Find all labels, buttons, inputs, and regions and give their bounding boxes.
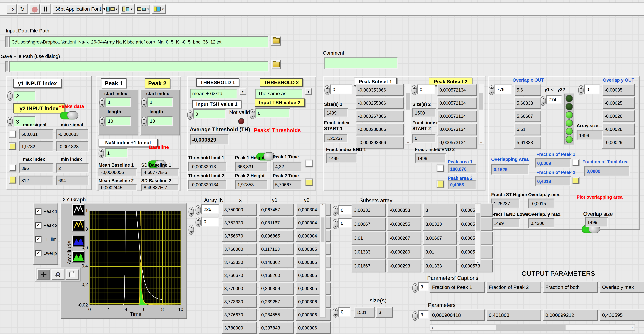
scroll-up-icon[interactable]: ⌃ xyxy=(406,84,409,88)
x-axis-title: Time xyxy=(130,311,142,317)
plot-color-swatch-yellow[interactable] xyxy=(9,143,16,150)
peak1-start-spinner[interactable] xyxy=(100,98,105,108)
scroll-right-icon[interactable]: › xyxy=(631,325,633,330)
input-path-browse-button[interactable] xyxy=(271,36,281,45)
threshold1-dropdown-button[interactable]: ▼ xyxy=(239,88,246,95)
subsets-index1-spinner[interactable] xyxy=(333,206,338,216)
graph-x-scale-spinner[interactable] xyxy=(188,207,194,217)
legend-plot-glyph[interactable] xyxy=(72,251,85,263)
array-in-scrollbar[interactable]: ⌃ ⌄ xyxy=(320,203,326,318)
zoom-tool-button[interactable]: ▼ xyxy=(51,269,64,280)
legend-checkbox[interactable]: ✓ xyxy=(35,208,42,214)
y1-le-y2-index-field[interactable]: 774 xyxy=(546,95,562,104)
y1-le-y2-index-spinner[interactable] xyxy=(540,96,546,106)
parameters-index-field[interactable]: 3 xyxy=(418,310,429,319)
input-tsh1-field[interactable]: 0 xyxy=(193,109,226,119)
array-in-index2-field[interactable]: 0 xyxy=(201,217,219,227)
plot-color-swatch-yellow[interactable] xyxy=(306,179,312,186)
overlap-y-index-spinner[interactable] xyxy=(578,85,584,95)
array-in-index1-spinner[interactable] xyxy=(196,205,201,215)
comment-field[interactable] xyxy=(324,57,398,69)
run-button[interactable]: ⇨ xyxy=(6,4,17,14)
sd-baseline1-label: SD Baseline 1 xyxy=(141,163,171,167)
threshold1-mode-select[interactable]: mean + 6×std xyxy=(190,89,238,99)
peak-subset2-index-field[interactable]: 0 xyxy=(417,85,435,94)
align-objects-button[interactable]: ▼ xyxy=(105,4,119,14)
abort-button[interactable]: ⬤ xyxy=(30,4,40,14)
plot-color-swatch-white[interactable] xyxy=(9,131,16,138)
peak-subset2-cell: 0,000572134 xyxy=(437,84,477,96)
captions-index-field[interactable]: 3 xyxy=(418,282,429,291)
input-path-field[interactable]: C:\Users\ngros\Dropbo...\kationi_Na-K_26… xyxy=(9,36,268,48)
captions-index-spinner[interactable] xyxy=(412,283,418,293)
resize-objects-button[interactable]: ▼ xyxy=(136,4,150,14)
plot-color-swatch-yellow[interactable] xyxy=(437,181,444,187)
captions-h-scrollbar[interactable]: ‹ › xyxy=(430,324,635,331)
pause-button[interactable] xyxy=(40,4,50,14)
abort-icon: ⬤ xyxy=(32,6,38,12)
peak2-length-field[interactable]: 10 xyxy=(148,116,173,126)
y1-index-field[interactable]: 2 xyxy=(14,91,36,101)
font-selector-label: 36pt Application Font xyxy=(55,6,101,12)
peak2-length-spinner[interactable] xyxy=(141,117,146,127)
input-tsh2-spinner[interactable] xyxy=(250,109,255,119)
save-path-field[interactable] xyxy=(9,61,268,72)
plot-color-swatch-white[interactable] xyxy=(572,159,579,166)
array-in-index1-field[interactable]: 226 xyxy=(201,204,219,214)
run-continuous-button[interactable]: ↻ xyxy=(17,4,28,14)
scroll-up-icon[interactable]: ⌃ xyxy=(321,204,324,207)
legend-checkbox[interactable]: ✓ xyxy=(35,222,42,228)
plot-color-swatch-yellow[interactable] xyxy=(572,177,579,184)
scroll-left-icon[interactable]: ‹ xyxy=(432,325,433,330)
peaks-data-toggle[interactable] xyxy=(60,112,78,120)
subsets-scrollbar[interactable]: ⌃ ⌄ xyxy=(475,203,481,264)
peak-subset2-scrollbar[interactable]: ⌃ ⌄ xyxy=(478,84,484,144)
threshold2-dropdown-button[interactable]: ▼ xyxy=(305,88,312,95)
plot-color-swatch-white[interactable] xyxy=(9,164,16,171)
peak1-length-field[interactable]: 10 xyxy=(106,116,131,126)
font-selector[interactable]: 36pt Application Font ▼ xyxy=(52,4,103,14)
array-in-index2-spinner[interactable] xyxy=(196,217,201,227)
plot-area[interactable] xyxy=(90,211,181,305)
y2-index-spinner[interactable] xyxy=(8,117,13,127)
scroll-up-icon[interactable]: ⌃ xyxy=(480,84,482,88)
save-path-browse-button[interactable] xyxy=(271,60,281,69)
distribute-objects-button[interactable]: ▼ xyxy=(121,4,135,14)
peak-subset1-index-field[interactable]: 0 xyxy=(330,85,352,94)
plot-color-swatch-yellow[interactable] xyxy=(9,176,16,183)
peak2-start-spinner[interactable] xyxy=(141,98,146,108)
legend-checkbox[interactable]: ✓ xyxy=(35,236,42,242)
peak2-start-field[interactable]: 1 xyxy=(148,97,173,107)
input-tsh2-field[interactable]: 0 xyxy=(256,108,290,118)
pan-tool-button[interactable] xyxy=(66,269,79,280)
peak-subset1-index-spinner[interactable] xyxy=(324,85,330,95)
legend-item: ✓Peak 2 xyxy=(34,218,58,232)
overlap-x-index-field[interactable]: 779 xyxy=(494,85,512,94)
nan-index-field[interactable]: 1 xyxy=(105,148,128,158)
peak-subset2-index-spinner[interactable] xyxy=(412,85,417,95)
peak1-start-field[interactable]: 1 xyxy=(106,97,131,107)
nan-index-spinner[interactable] xyxy=(98,149,104,159)
overlap-y-index-field[interactable]: 0 xyxy=(584,85,600,94)
scroll-down-icon[interactable]: ⌄ xyxy=(321,314,324,317)
plot-color-swatch-white[interactable] xyxy=(306,160,312,167)
y1-index-spinner[interactable] xyxy=(8,91,13,101)
plot-color-swatch-white[interactable] xyxy=(437,165,444,172)
reorder-button[interactable]: ▼ xyxy=(152,4,166,14)
scroll-up-icon[interactable]: ⌃ xyxy=(476,204,479,207)
parameters-index-spinner[interactable] xyxy=(412,311,418,321)
sizes-index-spinner[interactable] xyxy=(333,308,338,318)
peak-subset1-scrollbar[interactable]: ⌃ ⌄ xyxy=(405,84,411,144)
sizes-index-field[interactable]: 0 xyxy=(338,307,351,317)
cursor-tool-button[interactable] xyxy=(37,269,50,280)
peak1-length-spinner[interactable] xyxy=(100,117,105,127)
legend-checkbox[interactable]: ✓ xyxy=(35,250,42,256)
threshold2-mode-select[interactable]: The same as xyxy=(256,89,303,99)
input-tsh1-spinner[interactable] xyxy=(187,110,193,120)
subsets-index2-spinner[interactable] xyxy=(333,219,338,229)
overlap-x-index-spinner[interactable] xyxy=(489,85,494,95)
scroll-down-icon[interactable]: ⌄ xyxy=(480,140,482,144)
scroll-down-icon[interactable]: ⌄ xyxy=(406,140,409,144)
graph-y-scale-spinner[interactable] xyxy=(188,225,194,235)
scroll-down-icon[interactable]: ⌄ xyxy=(476,260,479,264)
